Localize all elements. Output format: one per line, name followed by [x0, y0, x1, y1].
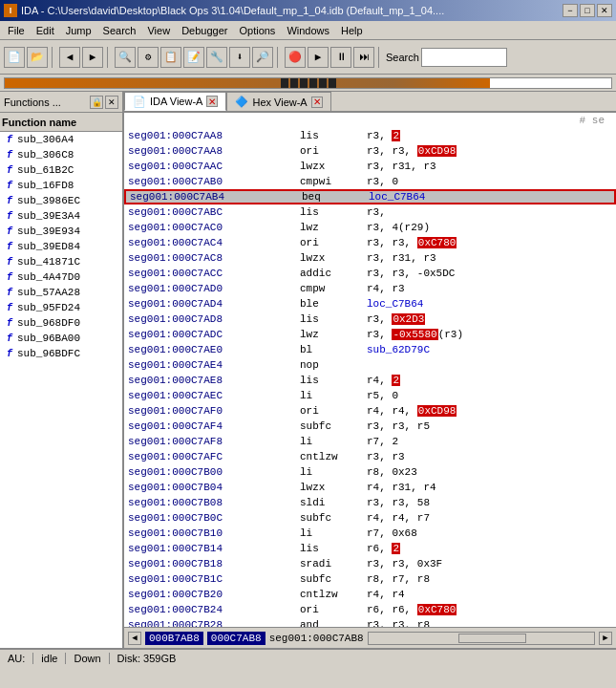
disasm-operand: r3, r31, r3: [367, 252, 436, 264]
disasm-line[interactable]: seg001:000C7AA8orir3, r3, 0xCD98: [124, 143, 616, 159]
disasm-line[interactable]: seg001:000C7B20cntlzwr4, r4: [124, 587, 616, 602]
tb-btn5[interactable]: 📋: [160, 47, 181, 68]
menu-help[interactable]: Help: [335, 23, 369, 38]
tb-btn4[interactable]: ⚙: [138, 47, 159, 68]
addr-display-3: seg001:000C7AB8: [269, 633, 364, 644]
tb-btn13[interactable]: ⏭: [353, 47, 374, 68]
tb-btn6[interactable]: 📝: [183, 47, 204, 68]
disasm-line[interactable]: seg001:000C7B08sldir3, r3, 58: [124, 495, 616, 510]
tab-hex-view-a[interactable]: 🔷Hex View-A✕: [226, 92, 330, 111]
panel-lock-button[interactable]: 🔒: [90, 96, 103, 109]
disasm-line[interactable]: seg001:000C7B18sradir3, r3, 0x3F: [124, 556, 616, 571]
horizontal-scrollbar[interactable]: [368, 632, 595, 645]
list-item[interactable]: fsub_39E3A4: [0, 208, 122, 224]
close-button[interactable]: ✕: [597, 4, 612, 17]
function-icon: f: [2, 147, 17, 162]
list-item[interactable]: fsub_96BDFC: [0, 346, 122, 361]
maximize-button[interactable]: □: [580, 4, 595, 17]
disasm-line[interactable]: seg001:000C7AD0cmpwr4, r3: [124, 281, 616, 296]
disasm-line[interactable]: seg001:000C7AF4subfcr3, r3, r5: [124, 419, 616, 434]
scroll-right-button[interactable]: ▶: [599, 632, 612, 645]
back-button[interactable]: ◀: [59, 47, 80, 68]
disasm-line[interactable]: seg001:000C7AE8lisr4, 2: [124, 373, 616, 388]
disasm-addr: seg001:000C7AF8: [128, 436, 300, 447]
disasm-line[interactable]: seg001:000C7ACCaddicr3, r3, -0x5DC: [124, 266, 616, 281]
tb-btn11[interactable]: ▶: [308, 47, 329, 68]
tb-btn12[interactable]: ⏸: [330, 47, 351, 68]
disasm-line[interactable]: seg001:000C7ABClisr3,: [124, 204, 616, 220]
tb-btn7[interactable]: 🔧: [206, 47, 227, 68]
tab-ida-view-a[interactable]: 📄IDA View-A✕: [124, 92, 226, 111]
disasm-addr: seg001:000C7AE8: [128, 375, 300, 386]
disasm-line[interactable]: seg001:000C7AE4nop: [124, 357, 616, 373]
disasm-line[interactable]: seg001:000C7AEClir5, 0: [124, 388, 616, 403]
disasm-line[interactable]: seg001:000C7AC4orir3, r3, 0xC780: [124, 235, 616, 250]
disasm-line[interactable]: seg001:000C7B00lir8, 0x23: [124, 464, 616, 480]
tb-btn3[interactable]: 🔍: [115, 47, 136, 68]
hex-value: 0x2D3: [392, 313, 425, 325]
disasm-line[interactable]: seg001:000C7AC0lwzr3, 4(r29): [124, 220, 616, 235]
menu-search[interactable]: Search: [97, 23, 142, 38]
scroll-left-button[interactable]: ◀: [128, 632, 141, 645]
disasm-line[interactable]: seg001:000C7AB4beqloc_C7B64: [124, 189, 616, 204]
disasm-line[interactable]: seg001:000C7AD4bleloc_C7B64: [124, 296, 616, 312]
menu-view[interactable]: View: [141, 23, 176, 38]
list-item[interactable]: fsub_61B2C: [0, 162, 122, 178]
disasm-line[interactable]: seg001:000C7B24orir6, r6, 0xC780: [124, 602, 616, 617]
disasm-line[interactable]: seg001:000C7AC8lwzxr3, r31, r3: [124, 250, 616, 266]
list-item[interactable]: fsub_306A4: [0, 132, 122, 147]
disasm-line[interactable]: seg001:000C7AF8lir7, 2: [124, 434, 616, 449]
list-item[interactable]: fsub_39E934: [0, 224, 122, 239]
disasm-line[interactable]: seg001:000C7AE0blsub_62D79C: [124, 342, 616, 357]
tb-btn9[interactable]: 🔎: [252, 47, 273, 68]
menu-edit[interactable]: Edit: [31, 23, 60, 38]
menu-debugger[interactable]: Debugger: [176, 23, 233, 38]
menu-options[interactable]: Options: [233, 23, 281, 38]
disasm-addr: seg001:000C7AC8: [128, 252, 300, 264]
list-item[interactable]: fsub_4A47D0: [0, 269, 122, 285]
list-item[interactable]: fsub_16FD8: [0, 178, 122, 193]
disasm-addr: seg001:000C7AE4: [128, 359, 300, 371]
disasm-line[interactable]: seg001:000C7AD8lisr3, 0x2D3: [124, 312, 616, 327]
list-item[interactable]: fsub_968DF0: [0, 315, 122, 331]
disasm-line[interactable]: seg001:000C7B28andr3, r3, r8: [124, 617, 616, 627]
list-item[interactable]: fsub_39ED84: [0, 239, 122, 254]
menu-jump[interactable]: Jump: [60, 23, 97, 38]
disasm-line[interactable]: seg001:000C7B1Csubfcr8, r7, r8: [124, 571, 616, 587]
minimize-button[interactable]: −: [563, 4, 578, 17]
list-item[interactable]: fsub_57AA28: [0, 285, 122, 300]
disasm-line[interactable]: seg001:000C7AA8lisr3, 2: [124, 128, 616, 143]
disasm-line[interactable]: seg001:000C7B10lir7, 0x68: [124, 526, 616, 541]
panel-close-button[interactable]: ✕: [105, 96, 118, 109]
list-item[interactable]: fsub_96BA00: [0, 331, 122, 346]
tb-btn10[interactable]: 🔴: [285, 47, 306, 68]
disasm-line[interactable]: seg001:000C7AAClwzxr3, r31, r3: [124, 159, 616, 174]
list-item[interactable]: fsub_306C8: [0, 147, 122, 162]
disasm-line[interactable]: seg001:000C7AFCcntlzwr3, r3: [124, 449, 616, 464]
list-item[interactable]: fsub_41871C: [0, 254, 122, 269]
functions-list[interactable]: fsub_306A4fsub_306C8fsub_61B2Cfsub_16FD8…: [0, 132, 122, 648]
disasm-line[interactable]: seg001:000C7AF0orir4, r4, 0xCD98: [124, 403, 616, 419]
tab-close-button[interactable]: ✕: [206, 96, 218, 107]
list-item[interactable]: fsub_3986EC: [0, 193, 122, 208]
disasm-line[interactable]: seg001:000C7B0Csubfcr4, r4, r7: [124, 510, 616, 526]
new-button[interactable]: 📄: [4, 47, 25, 68]
disasm-line[interactable]: seg001:000C7ADClwzr3, -0x5580(r3): [124, 327, 616, 342]
forward-button[interactable]: ▶: [82, 47, 103, 68]
disasm-line[interactable]: seg001:000C7B14lisr6, 2: [124, 541, 616, 556]
window-controls[interactable]: − □ ✕: [563, 4, 612, 17]
disasm-line[interactable]: seg001:000C7B04lwzxr4, r31, r4: [124, 480, 616, 495]
open-button[interactable]: 📂: [27, 47, 48, 68]
menu-file[interactable]: File: [2, 23, 31, 38]
tb-btn8[interactable]: ⬇: [229, 47, 250, 68]
disasm-line[interactable]: seg001:000C7AB0cmpwir3, 0: [124, 174, 616, 189]
list-item[interactable]: fsub_95FD24: [0, 300, 122, 315]
tab-icon: 📄: [133, 96, 146, 108]
search-input[interactable]: [421, 48, 507, 67]
tab-close-button[interactable]: ✕: [311, 97, 323, 108]
panel-header-controls[interactable]: 🔒 ✕: [90, 96, 118, 109]
disasm-view[interactable]: # se seg001:000C7AA8lisr3, 2seg001:000C7…: [124, 113, 616, 627]
disasm-operand: r7, 2: [367, 436, 398, 447]
menu-windows[interactable]: Windows: [281, 23, 335, 38]
scrollbar-thumb[interactable]: [458, 634, 526, 643]
